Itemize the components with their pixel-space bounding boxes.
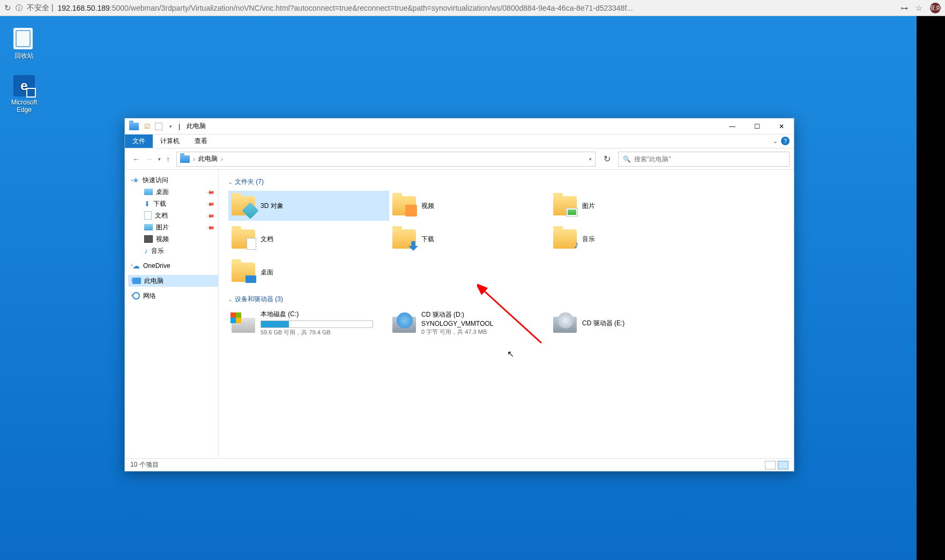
group-devices-header[interactable]: ⌄设备和驱动器 (3) (228, 295, 784, 304)
nav-quick-access[interactable]: ⌄ ★ 快速访问 (128, 174, 218, 186)
nav-quick-access-label: 快速访问 (143, 176, 168, 185)
folder-3d-objects[interactable]: 3D 对象 (228, 191, 389, 221)
chevron-right-icon[interactable]: › (128, 292, 136, 298)
drive-volume-name: SYNOLOGY_VMMTOOL (421, 320, 493, 327)
folder-downloads[interactable]: 下载 (389, 224, 550, 254)
search-box[interactable]: 🔍 (618, 152, 790, 167)
tab-computer[interactable]: 计算机 (153, 135, 187, 148)
qat-dropdown-icon[interactable]: ▾ (166, 122, 175, 131)
explorer-pc-icon (129, 122, 139, 131)
forward-button[interactable]: → (145, 155, 153, 163)
chevron-right-icon[interactable]: › (128, 277, 136, 283)
content-pane[interactable]: ⌄文件夹 (7) 3D 对象 视频 图片 文档 下载 ♪音乐 桌面 ⌄设备和驱动… (219, 170, 794, 458)
drive-cd-e[interactable]: CD 驱动器 (E:) (550, 308, 711, 338)
nav-onedrive[interactable]: ›☁OneDrive (128, 260, 218, 272)
drive-local-c[interactable]: 本地磁盘 (C:) 59.6 GB 可用，共 79.4 GB (228, 308, 389, 338)
folder-videos[interactable]: 视频 (389, 191, 550, 221)
nav-this-pc[interactable]: ›此电脑 (128, 275, 218, 287)
nav-network[interactable]: ›网络 (128, 290, 218, 302)
microsoft-edge[interactable]: e Microsoft Edge (3, 75, 45, 114)
nav-desktop[interactable]: 桌面📌 (128, 186, 218, 198)
titlebar[interactable]: ☑ ▾ | 此电脑 — ☐ ✕ (125, 118, 794, 135)
close-button[interactable]: ✕ (769, 118, 794, 134)
tile-label: 3D 对象 (261, 201, 284, 211)
minimize-button[interactable]: — (720, 118, 745, 134)
key-icon[interactable]: ⊶ (901, 4, 908, 12)
drive-label: CD 驱动器 (D:) (421, 310, 493, 319)
security-icon[interactable]: ⓘ (16, 3, 23, 13)
history-dropdown-icon[interactable]: ▾ (158, 156, 161, 162)
remote-desktop[interactable]: 回收站 e Microsoft Edge ☑ ▾ | 此电脑 — ☐ ✕ (0, 16, 917, 560)
cd-drive-icon (553, 313, 577, 333)
edge-icon: e (13, 75, 35, 96)
folder-pictures[interactable]: 图片 (550, 191, 711, 221)
nav-pictures[interactable]: 图片📌 (128, 221, 218, 233)
nav-label: 文档 (155, 211, 168, 220)
folder-documents[interactable]: 文档 (228, 224, 389, 254)
qat-checkbox-icon[interactable]: ☑ (142, 122, 152, 131)
breadcrumb-root[interactable]: 此电脑 (198, 154, 218, 163)
folder-icon (232, 263, 255, 282)
nav-label: 下载 (153, 199, 166, 208)
up-button[interactable]: ↑ (166, 155, 170, 163)
maximize-button[interactable]: ☐ (745, 118, 769, 134)
pin-icon: 📌 (206, 188, 215, 196)
nav-music[interactable]: ♪音乐 (128, 245, 218, 257)
folder-icon: ♪ (553, 229, 577, 249)
url-display[interactable]: 192.168.50.189:5000/webman/3rdparty/Virt… (58, 4, 896, 12)
nav-label: OneDrive (143, 262, 170, 270)
file-explorer-window: ☑ ▾ | 此电脑 — ☐ ✕ 文件 计算机 查看 ⌄ ? (124, 118, 794, 472)
tab-view[interactable]: 查看 (187, 135, 215, 148)
reload-icon[interactable]: ↻ (4, 3, 11, 13)
help-icon[interactable]: ? (781, 137, 790, 145)
tile-label: 下载 (421, 235, 434, 244)
breadcrumb-sep-icon[interactable]: › (193, 155, 195, 163)
status-bar: 10 个项目 (125, 458, 794, 471)
chevron-right-icon[interactable]: › (128, 262, 136, 268)
item-count: 10 个项目 (130, 460, 159, 469)
address-bar[interactable]: › 此电脑 › ▾ (176, 152, 596, 167)
nav-label: 网络 (143, 292, 156, 301)
folder-icon (553, 196, 577, 215)
refresh-button[interactable]: ↻ (599, 152, 615, 167)
window-title: 此电脑 (187, 122, 206, 131)
tab-file[interactable]: 文件 (125, 135, 153, 148)
folder-desktop[interactable]: 桌面 (228, 257, 389, 287)
document-icon (144, 211, 152, 220)
nav-videos[interactable]: 视频 (128, 233, 218, 245)
drive-usage-text: 59.6 GB 可用，共 79.4 GB (261, 328, 373, 337)
search-input[interactable] (634, 155, 785, 163)
chevron-down-icon: ⌄ (228, 180, 233, 185)
drive-label: 本地磁盘 (C:) (261, 310, 373, 319)
drive-cd-d[interactable]: CD 驱动器 (D:) SYNOLOGY_VMMTOOL 0 字节 可用，共 4… (389, 308, 550, 338)
back-button[interactable]: ← (132, 155, 140, 163)
nav-downloads[interactable]: ⬇下载📌 (128, 198, 218, 210)
view-details-button[interactable] (765, 461, 776, 469)
group-folders-header[interactable]: ⌄文件夹 (7) (228, 177, 784, 186)
nav-label: 此电脑 (144, 277, 163, 286)
folder-icon (392, 229, 416, 249)
recycle-bin[interactable]: 回收站 (3, 28, 45, 61)
tile-label: 音乐 (582, 235, 595, 244)
drive-label: CD 驱动器 (E:) (582, 319, 624, 328)
nav-label: 视频 (156, 235, 169, 244)
recycle-bin-label: 回收站 (3, 51, 45, 61)
download-icon: ⬇ (144, 200, 150, 208)
qat-properties-icon[interactable] (155, 123, 162, 130)
folder-music[interactable]: ♪音乐 (550, 224, 711, 254)
chevron-down-icon[interactable]: ⌄ (128, 176, 136, 182)
group-folders-label: 文件夹 (7) (235, 177, 264, 186)
star-icon[interactable]: ☆ (916, 4, 922, 12)
profile-avatar[interactable]: 亚克 (930, 3, 941, 13)
vnc-letterbox (917, 16, 945, 560)
usage-bar (261, 320, 373, 328)
navigation-pane[interactable]: ⌄ ★ 快速访问 桌面📌 ⬇下载📌 文档📌 图片📌 视频 ♪音乐 ›☁OneDr… (125, 170, 219, 458)
pin-icon: 📌 (206, 223, 215, 232)
nav-documents[interactable]: 文档📌 (128, 210, 218, 221)
view-tiles-button[interactable] (778, 461, 788, 469)
address-dropdown-icon[interactable]: ▾ (589, 156, 592, 162)
vnc-viewport: 回收站 e Microsoft Edge ☑ ▾ | 此电脑 — ☐ ✕ (0, 16, 945, 560)
nav-label: 图片 (156, 223, 169, 232)
breadcrumb-sep-icon[interactable]: › (221, 155, 223, 163)
ribbon-collapse-icon[interactable]: ⌄ (773, 138, 778, 145)
